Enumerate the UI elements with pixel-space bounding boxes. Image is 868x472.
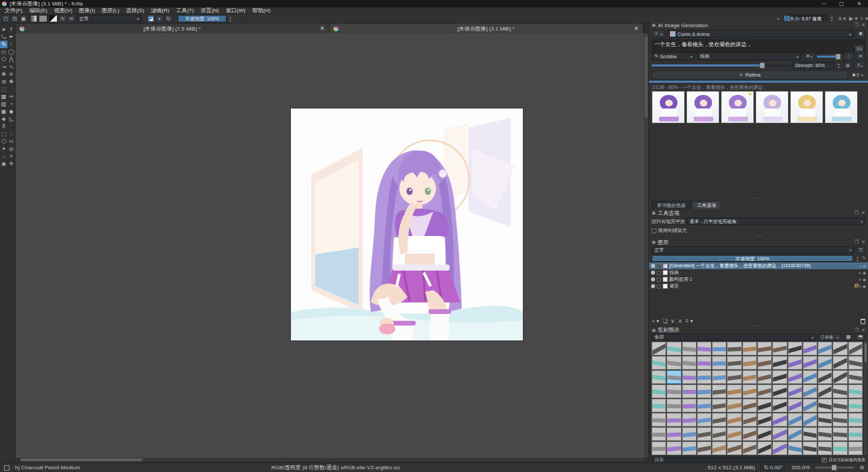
brush-preset-cell[interactable] <box>848 342 863 355</box>
edit-brush-settings-icon[interactable]: ✏ <box>68 15 75 22</box>
layer-blend-dropdown[interactable]: 正常▾ <box>652 246 854 254</box>
brush-preset-cell[interactable] <box>788 427 802 441</box>
brush-preset-cell[interactable] <box>667 427 681 441</box>
open-document-icon[interactable]: ◳ <box>11 15 18 22</box>
brush-preset-cell[interactable] <box>803 413 817 427</box>
brush-preset-cell[interactable] <box>757 399 772 412</box>
brush-preset-cell[interactable] <box>727 413 741 427</box>
style-dropdown[interactable]: Comic & Anime▾ <box>667 30 854 38</box>
layer-settings-icon[interactable]: ✱ <box>863 271 866 275</box>
fit-screen-icon[interactable]: ⧉ <box>860 465 864 471</box>
brush-preset-cell[interactable] <box>788 399 802 412</box>
zoom-slider[interactable] <box>815 467 854 469</box>
prompt-textarea[interactable]: 一个女生，看着镜头，坐在紫色的床边， ZH <box>652 39 865 54</box>
brush-preset-cell[interactable] <box>803 385 817 398</box>
menu-item-4[interactable]: 图层(L) <box>98 7 123 14</box>
selection-display-icon[interactable] <box>4 465 9 471</box>
ai-docker-header[interactable]: ◉ AI Image Generation ❐✕ <box>649 22 868 28</box>
tool-similar-select[interactable]: ◎ <box>7 145 15 153</box>
delete-layer-button[interactable] <box>861 319 865 324</box>
brush-preset-cell[interactable] <box>772 342 787 355</box>
brush-preset-cell[interactable] <box>833 385 847 398</box>
layer-checkbox[interactable] <box>657 264 661 268</box>
brush-preset-cell[interactable] <box>697 441 711 455</box>
brush-preset-cell[interactable] <box>712 385 726 398</box>
tool-freehand-select[interactable]: ∾ <box>7 138 15 145</box>
brush-preset-cell[interactable] <box>743 399 757 412</box>
brush-preset-cell[interactable] <box>743 385 757 398</box>
brush-preset-cell[interactable] <box>803 356 817 370</box>
brush-preset-cell[interactable] <box>682 342 696 355</box>
canvas-area[interactable] <box>16 33 644 458</box>
smoothing-dropdown[interactable]: 基本 - 只平滑笔画棱角▾ <box>687 218 865 225</box>
tool-rectangle[interactable]: ▭ <box>0 48 7 56</box>
strength-spinner[interactable]: ▴▾ <box>836 62 841 69</box>
brush-preset-cell[interactable] <box>697 370 711 384</box>
tool-text[interactable]: T <box>7 26 15 33</box>
tool-line[interactable]: ∕ <box>7 41 15 48</box>
layer-checkbox[interactable] <box>657 277 661 281</box>
move-layer-down-button[interactable]: ∨ <box>671 318 675 324</box>
brush-preset-cell[interactable] <box>667 342 681 355</box>
tag-display-button[interactable]: ▯ 标签 ▾ <box>818 334 842 340</box>
collapse-icon[interactable]: ◉ <box>652 239 656 245</box>
tool-freehand-brush[interactable]: ✎ <box>0 41 7 48</box>
brush-preset-cell[interactable] <box>818 441 832 455</box>
brush-preset-cell[interactable] <box>848 385 863 398</box>
layer-brush-icon[interactable]: ✎ <box>862 256 866 261</box>
maximize-button[interactable]: ▢ <box>833 0 850 7</box>
brush-preset-cell[interactable] <box>833 370 847 384</box>
brush-preset-cell[interactable] <box>788 385 802 398</box>
brush-preset-cell[interactable] <box>818 413 832 427</box>
brush-preset-cell[interactable] <box>697 413 711 427</box>
brush-preset-cell[interactable] <box>848 370 863 384</box>
brush-preset-cell[interactable] <box>667 413 681 427</box>
layer-settings-icon[interactable]: ✱ <box>863 264 866 269</box>
brush-preset-cell[interactable] <box>667 385 681 398</box>
brush-preset-cell[interactable] <box>743 413 757 427</box>
close-docker-icon[interactable]: ✕ <box>861 22 865 28</box>
brush-preset-cell[interactable] <box>772 385 787 398</box>
brush-preset-cell[interactable] <box>788 413 802 427</box>
document-tab-1[interactable]: [未保存图像] (3.1 MiB) *✕ <box>330 24 644 33</box>
minimize-button[interactable]: ─ <box>815 0 833 7</box>
alpha-lock-icon[interactable]: α <box>859 284 861 288</box>
brush-preset-cell[interactable] <box>818 385 832 398</box>
layer-settings-icon[interactable]: ✱ <box>863 277 866 282</box>
duplicate-layer-button[interactable]: ❏ <box>663 318 667 324</box>
tool-reference-images[interactable]: ⊼ <box>0 123 7 130</box>
snap-assistants-checkbox[interactable] <box>652 229 656 233</box>
brush-preset-cell[interactable] <box>667 441 681 455</box>
brush-preset-cell[interactable] <box>712 427 726 441</box>
add-text-region-button[interactable]: T₊ <box>854 62 865 69</box>
lock-icon[interactable] <box>854 285 858 288</box>
tool-fill[interactable]: ◆ <box>7 108 15 115</box>
grid-view-icon[interactable]: ▦ <box>844 334 854 340</box>
tool-multibrush[interactable]: ✳ <box>7 71 15 78</box>
tool-select-shapes[interactable]: ➤ <box>0 26 7 33</box>
tool-assistants[interactable]: ◺ <box>7 115 15 123</box>
tool-dynamic-brush[interactable]: ❋ <box>0 71 7 78</box>
brush-preset-cell[interactable] <box>727 385 741 398</box>
brush-preset-cell[interactable] <box>757 441 772 455</box>
collapse-icon[interactable]: ◉ <box>652 328 656 333</box>
brush-preset-cell[interactable] <box>743 342 757 355</box>
brush-preset-cell[interactable] <box>652 441 666 455</box>
brush-preset-cell[interactable] <box>667 356 681 370</box>
control-menu-button[interactable]: ⋮ <box>844 52 854 60</box>
blend-mode-dropdown[interactable]: 正常▾ <box>77 15 142 22</box>
brush-preset-cell[interactable] <box>848 399 863 412</box>
brush-preset-cell[interactable] <box>788 370 802 384</box>
float-docker-icon[interactable]: ❐ <box>854 239 859 245</box>
tool-polygon[interactable]: ⬠ <box>0 56 7 63</box>
tool-spacer-2[interactable] <box>7 123 15 130</box>
opacity-slider[interactable]: 不透明度: 100% <box>178 15 226 22</box>
tool-polyline[interactable]: ⋀ <box>7 56 15 63</box>
brush-preset-cell[interactable] <box>772 413 787 427</box>
brush-preset-cell[interactable] <box>682 413 696 427</box>
layer-row-3[interactable]: 背景α✱ <box>649 283 868 290</box>
style-settings-button[interactable]: ✱ <box>856 30 865 38</box>
add-layer-button[interactable]: + ▾ <box>652 318 659 324</box>
menu-item-9[interactable]: 窗口(W) <box>222 7 249 14</box>
brush-preset-cell[interactable] <box>757 356 772 370</box>
